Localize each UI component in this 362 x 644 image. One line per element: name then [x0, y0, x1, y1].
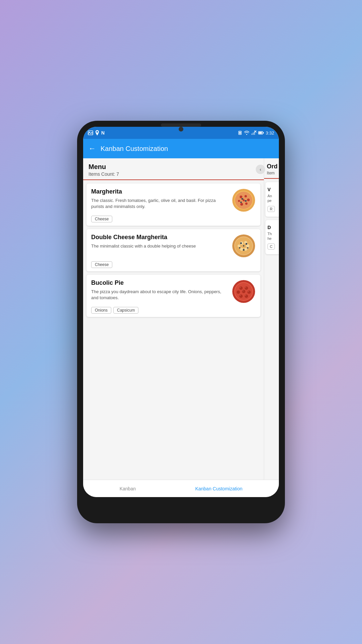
column-count-menu: Items Count: 7 — [88, 171, 258, 177]
svg-rect-10 — [259, 132, 262, 134]
chevron-button[interactable]: ‹ — [256, 165, 265, 174]
card-desc-margherita: The classic. Fresh tomatoes, garlic, oli… — [91, 198, 228, 210]
svg-point-34 — [240, 243, 242, 244]
card-image-double — [232, 234, 256, 258]
svg-point-16 — [245, 195, 247, 198]
card-desc-double: The minimalist classic with a double hel… — [91, 243, 228, 249]
svg-point-30 — [246, 244, 249, 248]
svg-point-22 — [241, 198, 243, 200]
card-desc-bucolic: The pizza you daydream about to escape c… — [91, 289, 228, 301]
svg-point-45 — [247, 290, 251, 294]
svg-point-31 — [244, 248, 247, 251]
svg-point-55 — [243, 290, 244, 291]
wifi-icon — [244, 131, 249, 135]
svg-point-20 — [238, 200, 240, 202]
svg-point-52 — [248, 291, 249, 292]
svg-point-15 — [240, 196, 242, 198]
svg-point-32 — [240, 248, 243, 251]
svg-point-23 — [245, 200, 247, 202]
pizza-svg-margherita — [232, 188, 256, 212]
vibrate-icon — [238, 130, 242, 135]
pizza-svg-double — [232, 234, 256, 258]
svg-point-33 — [238, 245, 240, 247]
bottom-nav: Kanban Kanban Customization — [83, 480, 279, 497]
phone-speaker — [161, 123, 201, 127]
svg-point-43 — [239, 286, 243, 290]
partial-card-desc-1: Anpe — [267, 194, 279, 203]
back-button[interactable]: ← — [88, 144, 96, 153]
pizza-svg-bucolic — [232, 279, 256, 304]
svg-point-24 — [240, 202, 242, 203]
svg-point-46 — [245, 294, 248, 298]
svg-point-37 — [243, 249, 245, 251]
card-title-margherita: Margherita — [91, 188, 228, 196]
card-tags-margherita: Cheese — [91, 216, 256, 222]
card-text-bucolic: Bucolic Pie The pizza you daydream about… — [91, 279, 232, 301]
location-icon — [95, 130, 99, 136]
svg-point-19 — [240, 203, 243, 206]
svg-point-44 — [245, 286, 248, 290]
partial-card-title-1: V — [267, 187, 279, 192]
partial-cards: V Anpe R D Thhe C — [264, 179, 279, 480]
card-bucolic: Bucolic Pie The pizza you daydream about… — [86, 275, 260, 317]
svg-point-35 — [246, 243, 247, 245]
app-bar: ← Kanban Customization — [83, 139, 279, 158]
card-top-margherita: Margherita The classic. Fresh tomatoes, … — [91, 188, 256, 212]
svg-rect-4 — [251, 133, 252, 135]
card-tags-bucolic: Onions Capsicum — [91, 307, 256, 314]
kanban-area: Menu Items Count: 7 ‹ Margherita The cla… — [83, 158, 279, 480]
svg-rect-3 — [239, 132, 241, 134]
svg-rect-11 — [263, 132, 264, 133]
card-double-cheese: Double Cheese Margherita The minimalist … — [86, 229, 260, 271]
column-count-partial: Item — [267, 171, 279, 175]
svg-point-53 — [245, 295, 246, 296]
phone-screen: N — [83, 127, 279, 497]
svg-point-38 — [239, 247, 240, 249]
svg-point-51 — [245, 287, 246, 288]
partial-tag-1: R — [267, 206, 275, 212]
card-text-margherita: Margherita The classic. Fresh tomatoes, … — [91, 188, 232, 210]
column-title-partial: Ord — [267, 163, 279, 170]
column-header-partial: Ord Item — [264, 158, 279, 179]
card-title-double: Double Cheese Margherita — [91, 234, 228, 241]
svg-point-36 — [247, 247, 248, 249]
card-top-double: Double Cheese Margherita The minimalist … — [91, 234, 256, 258]
app-bar-title: Kanban Customization — [101, 145, 168, 153]
partial-card-title-2: D — [267, 225, 279, 230]
tag-cheese-1: Cheese — [91, 216, 112, 222]
partial-card-1: V Anpe R — [265, 182, 279, 217]
tag-onions: Onions — [91, 307, 111, 314]
partial-card-2: D Thhe C — [265, 220, 279, 255]
column-header-wrap-menu: Menu Items Count: 7 ‹ — [83, 158, 264, 180]
nav-kanban[interactable]: Kanban — [120, 486, 136, 491]
svg-point-47 — [239, 294, 243, 298]
nav-kanban-customization[interactable]: Kanban Customization — [195, 486, 242, 491]
tag-capsicum: Capsicum — [113, 307, 138, 314]
card-tags-double: Cheese — [91, 261, 256, 268]
card-margherita: Margherita The classic. Fresh tomatoes, … — [86, 183, 260, 226]
battery-icon — [258, 131, 264, 135]
image-icon — [88, 130, 93, 135]
svg-point-18 — [245, 203, 248, 205]
svg-point-17 — [247, 199, 250, 201]
phone-device: N — [77, 121, 285, 523]
kanban-column-partial: Ord Item V Anpe R D Thhe C — [264, 158, 279, 480]
column-header-menu: Menu Items Count: 7 — [83, 158, 264, 180]
svg-point-49 — [242, 290, 245, 293]
status-time: 3:32 — [266, 130, 274, 136]
column-title-menu: Menu — [88, 163, 258, 171]
status-right-icons: 3:32 — [238, 130, 274, 136]
svg-point-54 — [240, 295, 241, 296]
card-text-double: Double Cheese Margherita The minimalist … — [91, 234, 232, 249]
card-title-bucolic: Bucolic Pie — [91, 279, 228, 287]
signal-icon — [251, 130, 256, 135]
cards-container-menu: Margherita The classic. Fresh tomatoes, … — [83, 180, 264, 480]
kanban-column-menu: Menu Items Count: 7 ‹ Margherita The cla… — [83, 158, 264, 480]
tag-cheese-2: Cheese — [91, 261, 112, 268]
svg-point-50 — [240, 287, 241, 288]
partial-card-desc-2: Thhe — [267, 231, 279, 241]
card-top-bucolic: Bucolic Pie The pizza you daydream about… — [91, 279, 256, 304]
svg-point-48 — [237, 290, 240, 294]
card-image-bucolic — [232, 279, 256, 304]
phone-camera — [179, 127, 183, 131]
